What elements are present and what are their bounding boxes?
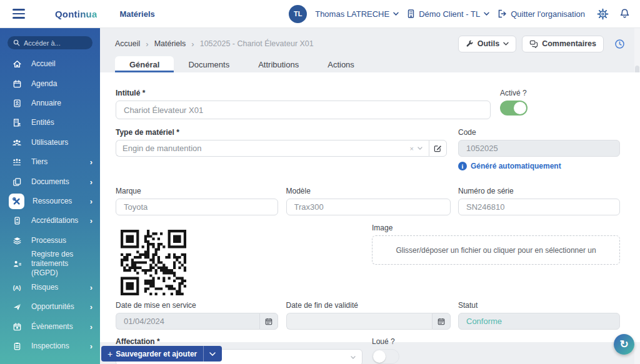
sidebar-item-label: Annuaire <box>31 99 61 108</box>
sidebar-item-label: Processus <box>31 236 66 245</box>
breadcrumb-materiels[interactable]: Matériels <box>154 39 186 48</box>
tools-button[interactable]: Outils <box>458 36 516 52</box>
search-icon <box>13 39 20 46</box>
statut-label: Statut <box>458 301 620 310</box>
tab-general[interactable]: Général <box>115 56 174 72</box>
image-dropzone[interactable]: Glisser/déposer un fichier ou cliquer po… <box>372 235 620 265</box>
chevron-separator-icon: › <box>146 39 148 49</box>
sidebar-item-registre-rgpd[interactable]: Registre des traitements (RGPD) <box>0 250 100 278</box>
sidebar-item-label: Entités <box>31 118 54 127</box>
home-icon <box>11 59 23 69</box>
sidebar-item-inspections[interactable]: Inspections › <box>0 337 100 356</box>
qr-code <box>121 230 186 295</box>
loue-toggle[interactable] <box>372 349 399 364</box>
intitule-label: Intitulé * <box>116 89 491 97</box>
type-materiel-label: Type de matériel * <box>116 128 447 137</box>
sidebar-item-accueil[interactable]: Accueil <box>0 54 100 74</box>
quit-org-label: Quitter l'organisation <box>511 9 585 19</box>
hamburger-menu-icon[interactable] <box>12 9 25 18</box>
breadcrumb: Accueil › Matériels › 1052025 - Chariot … <box>115 39 314 49</box>
code-label: Code <box>458 128 620 137</box>
wrench-icon <box>466 40 474 48</box>
user-menu[interactable]: Thomas LATRECHE <box>315 9 399 19</box>
sidebar-item-accreditations[interactable]: Accréditations › <box>0 211 100 230</box>
topnav-materiels-link[interactable]: Matériels <box>119 9 154 19</box>
sidebar-item-entites[interactable]: Entités <box>0 113 100 132</box>
chevron-right-icon: › <box>90 302 92 312</box>
sidebar-item-opportunites[interactable]: Opportunités › <box>0 297 100 317</box>
date-mise-service-input <box>116 313 259 330</box>
badge-icon <box>11 216 23 225</box>
type-materiel-value: Engin de manutention <box>122 144 410 153</box>
user-name: Thomas LATRECHE <box>315 9 389 19</box>
chevron-down-icon <box>209 352 216 356</box>
organization-menu[interactable]: Démo Client - TL <box>407 9 489 19</box>
top-bar: Qontinua Matériels TL Thomas LATRECHE Dé… <box>0 0 640 28</box>
people-icon <box>11 157 23 167</box>
settings-gear-icon[interactable] <box>596 8 610 20</box>
date-fin-validite-label: Date de fin de validité <box>286 301 451 310</box>
sidebar-item-processus[interactable]: Processus <box>0 231 100 250</box>
clear-icon[interactable]: × <box>410 145 414 152</box>
comments-button[interactable]: Commentaires <box>522 36 604 52</box>
qontinua-fab-refresh-icon[interactable]: ↻ <box>614 334 634 355</box>
date-mise-service-label: Date de mise en service <box>116 301 278 310</box>
sidebar-item-tiers[interactable]: Tiers › <box>0 152 100 172</box>
tools-label: Outils <box>478 39 499 48</box>
numero-serie-input[interactable] <box>458 199 620 215</box>
sidebar-item-agenda[interactable]: Agenda <box>0 74 100 93</box>
chat-icon <box>529 40 538 48</box>
loue-label: Loué ? <box>372 337 399 346</box>
risk-icon: (A) <box>11 285 23 291</box>
intitule-input[interactable] <box>116 101 491 119</box>
tab-attributions[interactable]: Attributions <box>244 56 313 72</box>
chevron-separator-icon: › <box>191 39 194 49</box>
search-input[interactable] <box>24 39 87 47</box>
sidebar-item-label: Évènements <box>31 322 73 332</box>
modele-input[interactable] <box>286 199 451 215</box>
documents-icon <box>11 177 23 187</box>
notifications-bell-icon[interactable] <box>618 8 631 19</box>
calendar-icon[interactable] <box>259 313 278 330</box>
users-icon <box>11 138 23 147</box>
dropzone-text: Glisser/déposer un fichier ou cliquer po… <box>396 246 596 255</box>
sidebar-item-label: Accréditations <box>31 216 78 225</box>
breadcrumb-accueil[interactable]: Accueil <box>115 39 140 48</box>
sidebar-item-utilisateurs[interactable]: Utilisateurs <box>0 133 100 152</box>
breadcrumb-current: 1052025 - Chariot Élevateur X01 <box>200 39 314 48</box>
tab-documents[interactable]: Documents <box>174 56 244 72</box>
avatar[interactable]: TL <box>289 5 307 23</box>
sidebar-item-label: Inspections <box>31 342 69 351</box>
edit-type-button[interactable] <box>429 140 447 157</box>
sidebar-item-evenements[interactable]: Évènements › <box>0 317 100 337</box>
date-fin-validite-input[interactable] <box>286 313 432 330</box>
chevron-down-icon <box>418 147 422 150</box>
chevron-down-icon <box>393 12 399 16</box>
type-materiel-select[interactable]: Engin de manutention × <box>116 140 429 157</box>
sidebar-item-ressources[interactable]: Ressources › <box>0 192 100 211</box>
user-register-icon <box>11 259 23 268</box>
sidebar-item-annuaire[interactable]: Annuaire <box>0 94 100 113</box>
save-label: Sauvegarder et ajouter <box>116 350 197 358</box>
save-and-add-button[interactable]: + Sauvegarder et ajouter <box>101 346 222 362</box>
modele-label: Modèle <box>286 187 451 195</box>
plus-icon: + <box>108 349 112 359</box>
sidebar-search[interactable] <box>8 36 92 49</box>
sidebar-item-risques[interactable]: (A) Risques › <box>0 278 100 297</box>
numero-serie-label: Numéro de série <box>458 187 620 195</box>
sidebar-item-documents[interactable]: Documents › <box>0 172 100 191</box>
calendar-icon[interactable] <box>432 313 451 330</box>
quit-organization-button[interactable]: Quitter l'organisation <box>498 9 585 19</box>
marque-input[interactable] <box>116 199 278 215</box>
sidebar-item-label: Accueil <box>31 59 56 69</box>
chevron-down-icon <box>503 42 509 46</box>
rocket-icon <box>11 302 23 312</box>
history-clock-icon[interactable] <box>613 39 626 49</box>
main-content: Accueil › Matériels › 1052025 - Chariot … <box>100 28 640 364</box>
chevron-right-icon: › <box>90 197 92 206</box>
exit-icon <box>498 9 507 18</box>
tab-actions[interactable]: Actions <box>313 56 369 72</box>
building-icon <box>407 9 415 18</box>
layers-icon <box>11 236 23 245</box>
active-toggle[interactable] <box>500 101 528 116</box>
